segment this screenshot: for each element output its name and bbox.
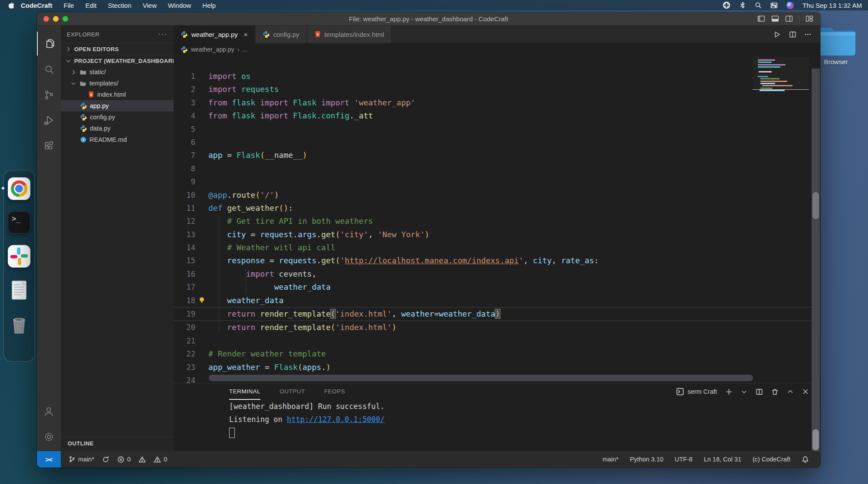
menu-item-window[interactable]: Window [162,2,197,9]
terminal-tab-output[interactable]: OUTPUT [279,383,305,400]
code-editor[interactable]: 1import os2import requests3from flask im… [174,56,820,383]
activity-source-control-icon[interactable] [37,83,61,107]
trash-dock-icon[interactable] [8,313,30,335]
status-branch[interactable]: main* [69,456,94,463]
vertical-scrollbar[interactable] [812,69,820,451]
sidebar-section-trilline[interactable]: TRIILLINE [61,450,174,451]
status-error[interactable]: 0 [117,456,131,463]
activity-extensions-icon[interactable] [37,134,61,158]
menu-item-view[interactable]: View [137,2,162,9]
terminal-tab-feops[interactable]: FEOPS [324,383,345,400]
sidebar-section-open-editors[interactable]: OPEN EDITORS [61,43,174,55]
code-line-20[interactable]: 20 return render_template('index.html') [174,321,820,334]
status--c-codecraft[interactable]: (c) CodeCraft [753,456,790,463]
tree-item-config-py[interactable]: config.py [61,111,174,123]
breadcrumb-file[interactable]: weather_app.py [191,46,234,53]
tab-weather-app-py[interactable]: weather_app.py× [174,26,256,43]
close-window-button[interactable] [43,16,49,22]
code-line-22[interactable]: 22# Render weather template [174,347,820,360]
explorer-more-icon[interactable]: ··· [158,30,168,38]
tree-item-readme-md[interactable]: iREADME.md [61,134,174,145]
code-line-16[interactable]: 16 import cevents, [174,268,820,281]
menu-item-edit[interactable]: Edit [80,2,102,9]
menu-clock[interactable]: Thu Sep 13 1:32 AM [802,2,862,9]
menu-item-file[interactable]: File [58,2,80,9]
code-line-6[interactable]: 6 [174,136,820,149]
terminal-link[interactable]: http://127.0.0.1:5000/ [287,415,385,424]
menu-item-help[interactable]: Help [197,2,221,9]
bluetooth-icon[interactable] [739,2,746,9]
activity-account-icon[interactable] [37,399,61,423]
code-line-17[interactable]: 17 weather_data [174,281,820,294]
layout-sidebar-left-icon[interactable] [757,15,765,23]
scrollbar-thumb[interactable] [812,192,819,219]
minimize-window-button[interactable] [53,16,59,22]
new-terminal-plus-icon[interactable] [725,388,733,396]
chevron-up-icon[interactable] [787,388,794,395]
terminal-profile-label[interactable]: serm Craft [676,388,717,396]
code-line-12[interactable]: 12 # Get tire API in both weathers [174,215,820,228]
more-icon[interactable] [804,31,812,38]
status-bell[interactable] [802,456,809,463]
tab-templates-index-html[interactable]: 5templates/index.html [307,26,392,43]
code-line-7[interactable]: 7app = Flask(__name__) [174,149,820,162]
status-utf-8[interactable]: UTF-8 [675,456,693,463]
chevron-down-icon[interactable] [741,389,747,395]
tree-item-app-py[interactable]: app.py [61,100,174,111]
activity-run-debug-icon[interactable] [37,108,61,132]
breadcrumb-more[interactable]: ... [242,46,247,53]
apple-menu-icon[interactable] [8,2,15,9]
code-line-2[interactable]: 2import requests [174,83,820,96]
tree-item-index-html[interactable]: 5index.html [61,89,174,100]
breadcrumb[interactable]: weather_app.py › ... [174,43,820,56]
status-warning[interactable]: 0 [154,456,167,463]
switch-control-icon[interactable] [723,1,730,9]
close-tab-icon[interactable]: × [244,31,248,38]
status-main-[interactable]: main* [602,456,618,463]
code-line-21[interactable]: 21 [174,334,820,347]
sidebar-section-project-weather-dashboard[interactable]: PROJECT (WEATHER_DASHBOARD [61,55,174,66]
tree-item-static-[interactable]: static/ [61,66,174,78]
code-line-8[interactable]: 8 [174,162,820,175]
remote-indicator[interactable]: >< [37,451,61,468]
code-line-18[interactable]: 18 weather_data [174,294,820,307]
tree-item-data-py[interactable]: data.py [61,123,174,134]
control-center-icon[interactable] [770,2,778,9]
scrollbar-thumb[interactable] [812,429,819,450]
code-line-3[interactable]: 3from flask import Flask import 'weather… [174,96,820,109]
code-line-11[interactable]: 11def get_weather(): [174,202,820,215]
minimap[interactable] [753,57,809,90]
layout-panel-bottom-icon[interactable] [771,15,779,23]
code-line-10[interactable]: 10@app.route('/') [174,189,820,202]
code-line-19[interactable]: 19 return render_template('index.html', … [174,307,820,321]
code-line-9[interactable]: 9 [174,175,820,188]
split-editor-icon[interactable] [789,31,796,38]
terminal-tab-terminal[interactable]: TERMINAL [229,383,260,400]
terminal-cursor[interactable] [229,428,235,438]
code-line-23[interactable]: 23app_weather = Flask(apps.) [174,361,820,374]
document-dock-icon[interactable] [8,279,30,301]
maximize-window-button[interactable] [62,16,68,22]
layout-grid-icon[interactable] [806,15,813,23]
spotlight-icon[interactable] [755,2,762,9]
trash-icon[interactable] [771,388,779,396]
lightbulb-icon[interactable] [198,296,206,304]
slack-dock-icon[interactable] [8,245,30,268]
layout-sidebar-right-icon[interactable] [785,15,793,23]
siri-icon[interactable] [786,2,794,9]
tree-item-templates-[interactable]: templates/ [61,78,174,89]
terminal-dock-icon[interactable]: >_ [8,211,30,234]
activity-settings-gear-icon[interactable] [37,425,61,449]
menu-app-name[interactable]: CodeCraft [15,2,58,9]
status-sync[interactable] [102,456,109,463]
status-warning[interactable] [138,456,146,463]
window-titlebar[interactable]: File: weather_app.py - weather_dashboard… [37,12,820,26]
split-editor-icon[interactable] [756,388,763,396]
tab-config-py[interactable]: config.py [256,26,307,43]
code-line-4[interactable]: 4from flask import Flask.config._att [174,109,820,122]
status-python-3-10[interactable]: Python 3.10 [630,456,663,463]
close-icon[interactable] [802,388,809,395]
menu-item-stection[interactable]: Stection [102,2,137,9]
code-line-5[interactable]: 5 [174,123,820,136]
code-line-1[interactable]: 1import os [174,70,820,83]
